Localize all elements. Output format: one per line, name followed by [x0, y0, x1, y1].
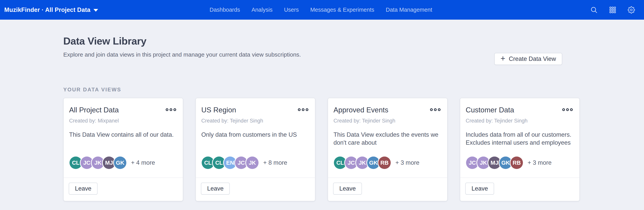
avatar: GK [114, 157, 126, 169]
avatar: JC [466, 157, 478, 169]
section-label: YOUR DATA VIEWS [63, 87, 644, 93]
card-title: All Project Data [69, 106, 119, 114]
card-body: Approved Events Created by: Tejinder Sin… [328, 98, 447, 147]
avatar: RB [378, 157, 391, 169]
card-description: Only data from customers in the US [201, 131, 309, 139]
card-description: This Data View excludes the events we do… [334, 131, 441, 147]
nav-item-messages-experiments[interactable]: Messages & Experiments [310, 6, 374, 13]
data-view-card: US Region Created by: Tejinder Singh Onl… [196, 98, 316, 201]
settings-gear-icon[interactable] [628, 6, 635, 14]
avatar: EN [224, 157, 236, 169]
nav-item-users[interactable]: Users [284, 6, 299, 13]
card-footer: Leave [196, 178, 315, 201]
top-navigation-bar: MuzikFinder · All Project Data Dashboard… [0, 0, 644, 20]
project-switcher[interactable]: MuzikFinder · All Project Data [4, 0, 98, 20]
member-avatars: JCJKMJGKRB + 3 more [466, 157, 552, 169]
avatar-stack: JCJKMJGKRB [466, 157, 523, 169]
apps-grid-icon[interactable] [609, 6, 616, 14]
main-content: Data View Library Explore and join data … [0, 20, 644, 201]
avatar: JK [92, 157, 104, 169]
card-footer: Leave [328, 178, 447, 201]
search-icon[interactable] [590, 6, 598, 14]
create-data-view-button[interactable]: + Create Data View [494, 53, 562, 65]
nav-item-data-management[interactable]: Data Management [386, 6, 432, 13]
project-switcher-label: MuzikFinder · All Project Data [4, 6, 90, 13]
avatar: CL [202, 157, 214, 169]
avatar: MJ [103, 157, 115, 169]
card-created-by: Created by: Tejinder Singh [201, 118, 310, 124]
avatar: JK [356, 157, 368, 169]
avatar: CL [70, 157, 82, 169]
avatar-stack: CLCLENJCJK [202, 157, 258, 169]
avatar: CL [334, 157, 346, 169]
avatar: RB [510, 157, 523, 169]
create-data-view-label: Create Data View [509, 55, 556, 62]
member-avatars: CLJCJKMJGK + 4 more [70, 157, 155, 169]
avatar: JK [246, 157, 258, 169]
avatar: MJ [488, 157, 501, 169]
member-avatars: CLCLENJCJK + 8 more [202, 157, 287, 169]
data-view-card: All Project Data Created by: Mixpanel Th… [63, 98, 183, 201]
nav-item-dashboards[interactable]: Dashboards [210, 6, 240, 13]
card-created-by: Created by: Mixpanel [69, 118, 177, 124]
more-options-icon[interactable] [430, 106, 442, 111]
leave-button[interactable]: Leave [465, 183, 494, 195]
card-body: US Region Created by: Tejinder Singh Onl… [196, 98, 315, 139]
more-members-label: + 4 more [131, 159, 155, 166]
avatar: GK [367, 157, 380, 169]
card-title: Approved Events [334, 106, 388, 114]
avatar-stack: CLJCJKMJGK [70, 157, 126, 169]
more-members-label: + 3 more [396, 159, 419, 166]
more-options-icon[interactable] [562, 106, 574, 111]
card-description: Includes data from all of our customers.… [466, 131, 573, 147]
avatar: CL [213, 157, 225, 169]
avatar: GK [499, 157, 512, 169]
card-body: All Project Data Created by: Mixpanel Th… [64, 98, 183, 139]
card-body: Customer Data Created by: Tejinder Singh… [460, 98, 579, 147]
avatar-stack: CLJCJKGKRB [334, 157, 391, 169]
more-options-icon[interactable] [298, 106, 310, 111]
nav-icon-group [590, 0, 635, 20]
data-view-card: Approved Events Created by: Tejinder Sin… [328, 98, 448, 201]
more-members-label: + 3 more [528, 159, 552, 166]
leave-button[interactable]: Leave [69, 183, 98, 195]
card-title: US Region [201, 106, 236, 114]
card-created-by: Created by: Tejinder Singh [466, 118, 574, 124]
leave-button[interactable]: Leave [333, 183, 362, 195]
avatar: JC [235, 157, 248, 169]
avatar: JC [80, 157, 93, 169]
chevron-down-icon [94, 9, 98, 12]
more-options-icon[interactable] [166, 106, 177, 111]
leave-button[interactable]: Leave [201, 183, 230, 195]
card-created-by: Created by: Tejinder Singh [334, 118, 442, 124]
more-members-label: + 8 more [263, 159, 287, 166]
card-description: This Data View contains all of our data. [69, 131, 176, 139]
primary-nav: DashboardsAnalysisUsersMessages & Experi… [210, 0, 432, 20]
member-avatars: CLJCJKGKRB + 3 more [334, 157, 419, 169]
card-footer: Leave [64, 178, 183, 201]
page-title: Data View Library [63, 20, 644, 46]
card-title: Customer Data [466, 106, 514, 114]
avatar: JK [477, 157, 490, 169]
nav-item-analysis[interactable]: Analysis [252, 6, 272, 13]
data-view-card: Customer Data Created by: Tejinder Singh… [460, 98, 580, 201]
data-view-cards: All Project Data Created by: Mixpanel Th… [63, 98, 644, 201]
card-footer: Leave [460, 178, 579, 201]
avatar: JC [345, 157, 358, 169]
